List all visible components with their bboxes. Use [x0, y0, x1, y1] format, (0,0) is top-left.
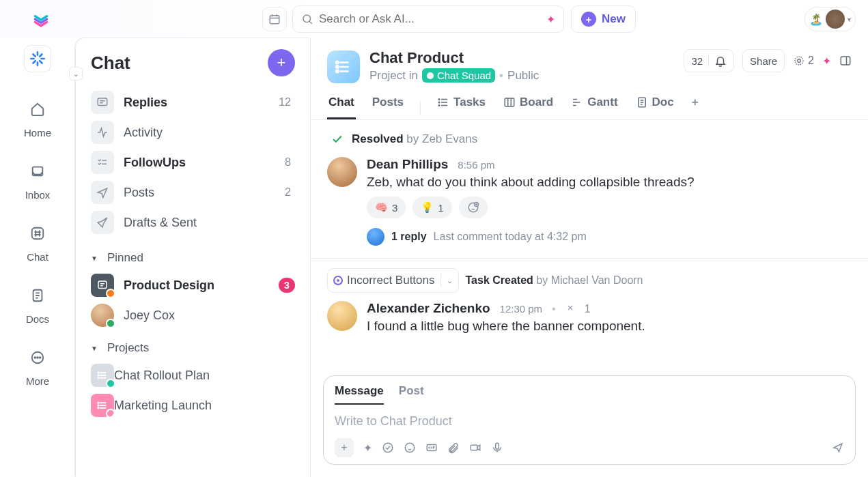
add-view-button[interactable]: + — [690, 96, 700, 119]
search-input[interactable] — [319, 12, 546, 26]
svg-point-6 — [37, 357, 38, 358]
svg-point-17 — [336, 66, 338, 68]
pinned-label: Joey Cox — [124, 308, 295, 323]
project-marketing-launch[interactable]: Marketing Launch — [83, 390, 303, 420]
svg-point-21 — [798, 59, 801, 63]
ai-icon[interactable]: ✦ — [363, 442, 372, 454]
account-menu[interactable]: 🏝️ ▾ — [804, 7, 856, 31]
tab-chat[interactable]: Chat — [327, 96, 356, 119]
members-button[interactable]: 32 — [684, 49, 734, 72]
mic-icon[interactable] — [491, 442, 503, 454]
rail-inbox[interactable]: Inbox — [24, 158, 51, 201]
pinned-product-design[interactable]: Product Design 3 — [83, 270, 303, 300]
pinned-joey-cox[interactable]: Joey Cox — [83, 300, 303, 330]
ai-sparkle-icon[interactable]: ✦ — [822, 55, 831, 68]
message: Dean Phillips 8:56 pm Zeb, what do you t… — [327, 157, 852, 246]
svg-point-18 — [336, 70, 338, 72]
gif-icon[interactable] — [425, 442, 438, 454]
chevron-down-icon: ▼ — [91, 345, 98, 352]
send-icon — [91, 181, 114, 204]
nav-posts[interactable]: Posts 2 — [83, 177, 303, 207]
composer-input[interactable] — [335, 410, 844, 433]
ai-brain-button[interactable]: 2 — [793, 55, 814, 67]
reaction[interactable]: 🧠3 — [367, 197, 406, 218]
task-icon[interactable] — [382, 442, 394, 454]
tab-board[interactable]: Board — [502, 96, 555, 119]
sidebar-title: Chat — [91, 53, 130, 74]
message-time: 8:56 pm — [458, 159, 494, 171]
rail-chat[interactable]: Chat — [24, 220, 51, 263]
check-icon — [331, 133, 344, 145]
panel-icon[interactable] — [839, 55, 852, 67]
workspace-icon: 🏝️ — [809, 13, 823, 26]
nav-drafts[interactable]: Drafts & Sent — [83, 207, 303, 237]
status-dot — [106, 409, 115, 418]
chevron-down-icon[interactable]: ⌄ — [69, 67, 83, 81]
status-dot — [106, 379, 115, 388]
svg-point-14 — [98, 405, 99, 406]
composer-tab-message[interactable]: Message — [335, 384, 384, 405]
message-composer: Message Post + ✦ — [323, 375, 856, 465]
rail-workspace[interactable]: ⌄ — [24, 45, 51, 76]
channel-icon — [91, 274, 114, 297]
nav-label: FollowUps — [124, 156, 285, 170]
add-reaction-button[interactable] — [459, 197, 488, 218]
rail-more[interactable]: More — [24, 344, 51, 387]
svg-rect-2 — [32, 228, 44, 240]
thread-summary[interactable]: 1 reply Last comment today at 4:32 pm — [367, 228, 852, 246]
notification-dot — [106, 289, 115, 298]
emoji-icon[interactable] — [404, 442, 416, 454]
project-label: Marketing Launch — [114, 399, 295, 413]
nav-followups[interactable]: FollowUps 8 — [83, 147, 303, 177]
attach-icon[interactable] — [447, 442, 460, 454]
nav-label: Posts — [124, 186, 285, 200]
new-button[interactable]: + New — [571, 5, 636, 33]
checklist-icon — [91, 151, 114, 174]
video-icon[interactable] — [469, 442, 481, 454]
rail-home[interactable]: Home — [24, 96, 51, 139]
svg-rect-9 — [98, 281, 107, 289]
tab-doc[interactable]: Doc — [634, 96, 675, 119]
drafts-icon — [91, 211, 114, 234]
send-icon[interactable] — [832, 442, 844, 454]
calendar-button[interactable] — [262, 7, 287, 31]
squad-chip[interactable]: Chat Squad — [422, 68, 495, 83]
svg-rect-33 — [471, 445, 477, 450]
avatar[interactable] — [327, 301, 357, 331]
composer-tab-post[interactable]: Post — [399, 384, 424, 405]
message-author[interactable]: Dean Phillips — [367, 157, 448, 172]
rail-docs[interactable]: Docs — [24, 282, 51, 325]
share-button[interactable]: Share — [742, 49, 785, 72]
avatar[interactable] — [327, 157, 357, 187]
reaction[interactable]: 💡1 — [412, 197, 451, 218]
search-bar[interactable]: ✦ — [292, 5, 564, 33]
activity-icon — [91, 121, 114, 144]
svg-rect-8 — [98, 98, 107, 106]
status-icon — [333, 276, 343, 285]
home-icon — [24, 96, 51, 123]
message-feed: Resolved by Zeb Evans Dean Phillips 8:56… — [311, 120, 868, 477]
pinned-label: Product Design — [124, 278, 279, 293]
nav-activity[interactable]: Activity — [83, 117, 303, 147]
projects-header[interactable]: ▼Projects — [83, 341, 303, 360]
tab-tasks[interactable]: Tasks — [436, 96, 487, 119]
project-chat-rollout[interactable]: Chat Rollout Plan — [83, 360, 303, 390]
svg-point-31 — [405, 443, 415, 452]
composer-add-button[interactable]: + — [335, 438, 354, 457]
message-author[interactable]: Alexander Zichenko — [367, 301, 490, 316]
tab-gantt[interactable]: Gantt — [570, 96, 619, 119]
search-icon — [301, 13, 313, 25]
presence-dot — [106, 319, 115, 328]
nav-label: Activity — [124, 126, 295, 140]
pinned-header[interactable]: ▼Pinned — [83, 251, 303, 270]
svg-point-13 — [98, 403, 99, 404]
svg-point-11 — [98, 375, 99, 376]
message-text: I found a little bug where the banner co… — [367, 319, 852, 334]
task-created-row: Incorrect Buttons ⌄ Task Created by Mich… — [327, 268, 852, 293]
nav-replies[interactable]: Replies 12 — [83, 87, 303, 117]
task-chip[interactable]: Incorrect Buttons ⌄ — [327, 268, 459, 293]
chevron-down-icon[interactable]: ⌄ — [447, 276, 453, 285]
new-chat-button[interactable]: + — [268, 49, 295, 76]
tab-posts[interactable]: Posts — [371, 96, 405, 119]
=: Project in — [369, 69, 418, 83]
